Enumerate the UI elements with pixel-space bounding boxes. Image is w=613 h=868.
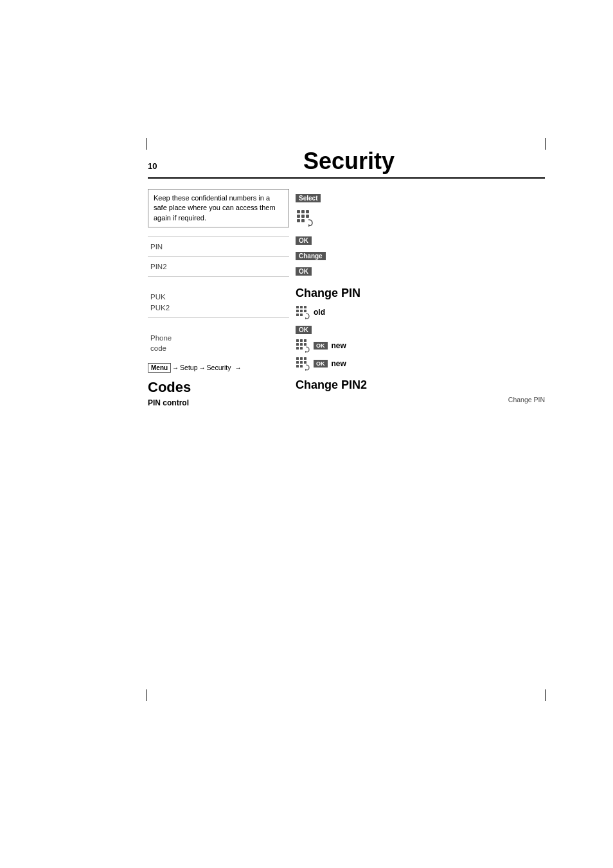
- keypad-icon: [296, 209, 314, 227]
- svg-rect-29: [304, 357, 306, 360]
- svg-marker-8: [308, 224, 311, 227]
- svg-rect-0: [297, 210, 300, 213]
- svg-rect-28: [300, 357, 303, 360]
- ok-button-1-item: OK: [296, 234, 545, 247]
- code-row-phone: Phone code: [148, 317, 289, 358]
- left-column: Keep these confidential numbers in a saf…: [148, 189, 289, 407]
- two-col-layout: Keep these confidential numbers in a saf…: [148, 189, 545, 407]
- svg-rect-23: [304, 343, 306, 346]
- keypad-small-icon-old: [296, 305, 310, 319]
- margin-line-top-right: [545, 138, 546, 150]
- svg-rect-18: [296, 339, 299, 342]
- svg-rect-33: [296, 365, 299, 368]
- svg-rect-31: [300, 361, 303, 364]
- codes-title: Codes: [148, 379, 289, 396]
- svg-rect-2: [306, 210, 309, 213]
- svg-rect-12: [296, 310, 299, 312]
- svg-rect-7: [301, 219, 305, 222]
- step-new1-label: new: [332, 341, 351, 350]
- svg-rect-15: [296, 314, 299, 316]
- svg-rect-24: [296, 347, 299, 350]
- svg-rect-34: [300, 365, 303, 368]
- ok-button-2-item: OK: [296, 265, 545, 278]
- ok-old-item: OK: [296, 323, 545, 336]
- svg-rect-9: [296, 306, 299, 308]
- svg-rect-10: [300, 306, 303, 308]
- right-sequence: Select: [296, 189, 545, 403]
- code-row-pin2: PIN2: [148, 256, 289, 276]
- right-column: Select: [289, 189, 545, 407]
- pin-control-label: PIN control: [148, 398, 289, 407]
- keypad-small-icon-new1: [296, 339, 310, 353]
- change-pin-title: Change PIN: [296, 287, 545, 300]
- step-old: old: [296, 305, 545, 319]
- nav-path: Menu → Setup → Security →: [148, 363, 289, 373]
- nav-arrow-down: →: [235, 364, 242, 371]
- page-title: Security: [172, 148, 545, 175]
- svg-rect-30: [296, 361, 299, 364]
- ok-button-1: OK: [296, 236, 312, 245]
- ok-button-2: OK: [296, 267, 312, 276]
- margin-line-top-left: [147, 138, 147, 150]
- content-area: 10 Security Keep these confidential numb…: [148, 148, 545, 691]
- svg-rect-11: [304, 306, 306, 308]
- ok-button-new1: OK: [314, 342, 328, 350]
- select-button: Select: [296, 194, 321, 202]
- nav-arrow-2: →: [199, 364, 206, 371]
- nav-setup: Setup: [180, 364, 197, 371]
- step-new1: OK new: [296, 339, 545, 353]
- svg-rect-13: [300, 310, 303, 312]
- svg-rect-4: [301, 215, 305, 218]
- nav-arrow-1: →: [172, 364, 179, 371]
- margin-line-bottom-left: [147, 689, 147, 701]
- change-button-item: Change: [296, 249, 545, 262]
- svg-rect-27: [296, 357, 299, 360]
- svg-rect-19: [300, 339, 303, 342]
- step-new2: OK new: [296, 357, 545, 371]
- svg-rect-14: [304, 310, 306, 312]
- nav-menu: Menu: [148, 363, 171, 373]
- code-row-puk: PUK PUK2: [148, 276, 289, 317]
- page-container: 10 Security Keep these confidential numb…: [0, 0, 613, 868]
- select-button-item: Select: [296, 191, 545, 204]
- ok-button-new2: OK: [314, 360, 328, 368]
- info-box: Keep these confidential numbers in a saf…: [148, 189, 289, 227]
- svg-rect-25: [300, 347, 303, 350]
- svg-rect-16: [300, 314, 303, 316]
- svg-rect-32: [304, 361, 306, 364]
- svg-rect-6: [297, 219, 300, 222]
- svg-rect-1: [301, 210, 305, 213]
- margin-line-bottom-right: [545, 689, 546, 701]
- svg-rect-5: [306, 215, 309, 218]
- change-button: Change: [296, 252, 326, 260]
- code-row-pin: PIN: [148, 236, 289, 256]
- svg-rect-20: [304, 339, 306, 342]
- change-pin-ref: Change PIN: [296, 396, 545, 403]
- svg-rect-21: [296, 343, 299, 346]
- step-old-label: old: [314, 308, 333, 317]
- svg-rect-3: [297, 215, 300, 218]
- step-new2-label: new: [332, 359, 351, 368]
- page-header: 10 Security: [148, 148, 545, 179]
- change-pin2-title: Change PIN2: [296, 378, 545, 392]
- keypad-small-icon-new2: [296, 357, 310, 371]
- nav-security: Security: [207, 364, 231, 371]
- svg-rect-22: [300, 343, 303, 346]
- keypad-icon-item: [296, 207, 545, 231]
- ok-button-old: OK: [296, 326, 312, 334]
- page-number: 10: [148, 161, 167, 171]
